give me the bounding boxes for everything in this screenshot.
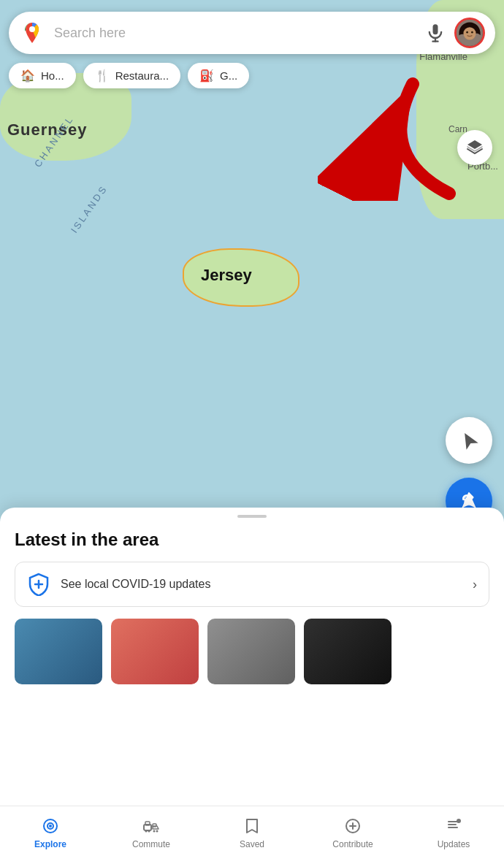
- nav-item-contribute[interactable]: Contribute: [302, 816, 403, 849]
- nav-label-commute: Commute: [132, 839, 170, 849]
- location-arrow-icon: [459, 430, 479, 451]
- nav-item-explore[interactable]: Explore: [0, 816, 101, 849]
- thumbnail-2[interactable]: [111, 619, 199, 684]
- latest-title: Latest in the area: [15, 530, 489, 550]
- svg-point-19: [153, 830, 156, 832]
- search-placeholder: Search here: [54, 26, 425, 41]
- svg-point-14: [49, 825, 52, 827]
- chip-gas[interactable]: ⛽ G...: [188, 63, 249, 88]
- shield-icon: [27, 573, 50, 596]
- gas-icon: ⛽: [199, 69, 214, 83]
- nav-label-saved: Saved: [240, 839, 264, 849]
- svg-point-1: [29, 26, 35, 32]
- thumbnail-4[interactable]: [304, 619, 392, 684]
- user-avatar[interactable]: [454, 18, 485, 48]
- thumbnail-3[interactable]: [207, 619, 295, 684]
- chip-gas-label: G...: [220, 69, 237, 82]
- thumbnail-row: [15, 619, 489, 684]
- svg-point-20: [156, 830, 159, 832]
- saved-icon: [242, 816, 262, 836]
- commute-icon: [141, 816, 161, 836]
- thumbnail-1[interactable]: [15, 619, 102, 684]
- nav-item-updates[interactable]: Updates: [403, 816, 504, 849]
- nav-item-commute[interactable]: Commute: [101, 816, 202, 849]
- chip-home[interactable]: 🏠 Ho...: [9, 63, 76, 88]
- map-label-guernsey: Guernsey: [7, 121, 88, 139]
- chip-restaurants[interactable]: 🍴 Restaura...: [83, 63, 180, 88]
- layers-icon: [466, 139, 484, 156]
- covid-text: See local COVID-19 updates: [61, 578, 462, 591]
- restaurants-icon: 🍴: [95, 69, 110, 83]
- svg-rect-2: [433, 24, 438, 34]
- explore-icon: [40, 816, 61, 836]
- location-button[interactable]: [446, 417, 492, 464]
- bottom-sheet: Latest in the area See local COVID-19 up…: [0, 508, 504, 806]
- nav-label-contribute: Contribute: [332, 839, 373, 849]
- svg-rect-16: [145, 822, 150, 825]
- nav-label-updates: Updates: [438, 839, 470, 849]
- svg-point-6: [463, 27, 476, 39]
- covid-card[interactable]: See local COVID-19 updates ›: [15, 562, 489, 607]
- svg-point-8: [471, 31, 473, 34]
- bottom-nav: Explore Commute Saved: [0, 806, 504, 864]
- avatar-image: [457, 20, 483, 46]
- nav-item-saved[interactable]: Saved: [202, 816, 302, 849]
- home-icon: 🏠: [20, 69, 35, 83]
- filter-chips: 🏠 Ho... 🍴 Restaura... ⛽ G...: [9, 63, 249, 88]
- mic-icon[interactable]: [425, 23, 446, 43]
- nav-label-explore: Explore: [34, 839, 66, 849]
- layers-button[interactable]: [457, 130, 492, 165]
- search-bar[interactable]: Search here: [9, 12, 495, 54]
- svg-point-25: [457, 819, 461, 823]
- svg-rect-21: [153, 824, 156, 827]
- map-area[interactable]: Guernsey CHANNEL ISLANDS Jersey Flamanvi…: [0, 0, 504, 577]
- contribute-icon: [343, 816, 363, 836]
- svg-point-17: [145, 830, 148, 832]
- svg-point-18: [148, 830, 150, 832]
- google-maps-logo: [19, 20, 45, 46]
- svg-point-7: [466, 31, 468, 34]
- chip-restaurants-label: Restaura...: [115, 69, 169, 82]
- updates-icon: [443, 816, 464, 836]
- map-label-jersey: Jersey: [201, 266, 252, 285]
- covid-chevron-icon: ›: [473, 577, 477, 592]
- chip-home-label: Ho...: [41, 69, 64, 82]
